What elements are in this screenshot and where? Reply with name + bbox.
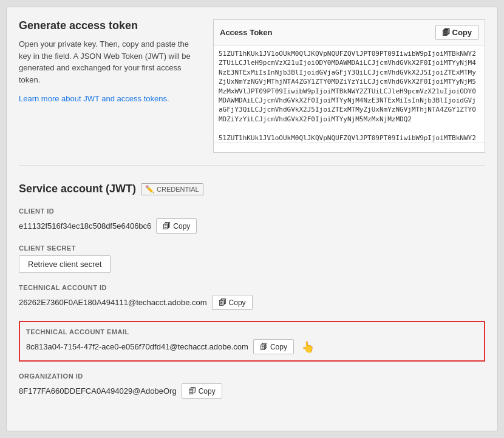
- technical-account-id-label: TECHNICAL ACCOUNT ID: [19, 284, 485, 291]
- client-secret-value-row: Retrieve client secret: [19, 255, 485, 273]
- client-secret-label: CLIENT SECRET: [19, 244, 485, 252]
- copy-icon-technical-id: 🗐: [219, 298, 226, 307]
- jwt-learn-more-link[interactable]: Learn more about JWT and access tokens.: [19, 94, 169, 103]
- client-id-label: CLIENT ID: [19, 207, 485, 215]
- technical-account-email-value: 8c813a04-7154-47f2-ace0-e056f70dfd41@tec…: [26, 342, 248, 351]
- technical-account-id-value-row: 26262E7360F0AE180A494111@techacct.adobe.…: [19, 295, 485, 310]
- retrieve-client-secret-button[interactable]: Retrieve client secret: [19, 255, 111, 273]
- copy-icon-client-id: 🗐: [163, 221, 171, 231]
- technical-account-email-copy-label: Copy: [270, 343, 287, 351]
- generate-title: Generate access token: [19, 19, 201, 32]
- technical-account-id-copy-label: Copy: [229, 298, 246, 307]
- client-id-field: CLIENT ID e11132f516f34ec18c508df5e6406b…: [19, 207, 485, 234]
- client-id-value: e11132f516f34ec18c508df5e6406bc6: [19, 221, 151, 231]
- service-title: Service account (JWT): [19, 183, 136, 195]
- credential-label: CREDENTIAL: [157, 186, 199, 193]
- technical-account-email-label: TECHNICAL ACCOUNT EMAIL: [26, 328, 478, 335]
- access-token-box: Access Token 🗐 Copy 51ZUT1hKUk1JV1oOUkM0…: [213, 19, 485, 153]
- organization-id-copy-label: Copy: [199, 387, 216, 396]
- service-header: Service account (JWT) ✏️ CREDENTIAL: [19, 183, 485, 195]
- access-token-label: Access Token: [220, 28, 272, 37]
- technical-account-email-copy-button[interactable]: 🗐 Copy: [253, 339, 294, 354]
- technical-account-id-value: 26262E7360F0AE180A494111@techacct.adobe.…: [19, 298, 207, 307]
- copy-icon: 🗐: [442, 28, 450, 37]
- client-secret-field: CLIENT SECRET Retrieve client secret: [19, 244, 485, 273]
- technical-account-id-copy-button[interactable]: 🗐 Copy: [212, 295, 253, 310]
- page-container: Generate access token Open your private …: [6, 7, 498, 431]
- credential-badge: ✏️ CREDENTIAL: [141, 183, 203, 195]
- client-id-copy-button[interactable]: 🗐 Copy: [156, 218, 197, 234]
- access-token-content[interactable]: 51ZUT1hKUk1JV1oOUkM0QlJKQVpNQUFZQVlJPT09…: [214, 45, 485, 143]
- technical-account-id-field: TECHNICAL ACCOUNT ID 26262E7360F0AE180A4…: [19, 284, 485, 310]
- edit-icon: ✏️: [145, 185, 154, 194]
- generate-description: Open your private key. Then, copy and pa…: [19, 38, 201, 86]
- access-token-footer: [214, 143, 485, 152]
- copy-icon-email: 🗐: [260, 342, 268, 351]
- technical-account-email-value-row: 8c813a04-7154-47f2-ace0-e056f70dfd41@tec…: [26, 339, 478, 354]
- access-token-copy-label: Copy: [452, 28, 472, 37]
- cursor-pointer: 👆: [301, 340, 315, 354]
- generate-left: Generate access token Open your private …: [19, 19, 201, 153]
- token-text: 51ZUT1hKUk1JV1oOUkM0QlJKQVpNQUFZQVlJPT09…: [219, 50, 476, 123]
- access-token-header: Access Token 🗐 Copy: [214, 20, 485, 45]
- generate-section: Generate access token Open your private …: [19, 19, 485, 166]
- organization-id-value: 8F177FA660DDEFCA0A494029@AdobeOrg: [19, 386, 177, 396]
- organization-id-value-row: 8F177FA660DDEFCA0A494029@AdobeOrg 🗐 Copy: [19, 383, 485, 399]
- copy-icon-org: 🗐: [188, 386, 196, 396]
- service-section: Service account (JWT) ✏️ CREDENTIAL CLIE…: [19, 180, 485, 399]
- organization-id-copy-button[interactable]: 🗐 Copy: [182, 383, 222, 399]
- organization-id-label: ORGANIZATION ID: [19, 372, 485, 380]
- client-id-copy-label: Copy: [173, 222, 190, 231]
- access-token-copy-button[interactable]: 🗐 Copy: [435, 25, 479, 40]
- client-id-value-row: e11132f516f34ec18c508df5e6406bc6 🗐 Copy: [19, 218, 485, 234]
- organization-id-field: ORGANIZATION ID 8F177FA660DDEFCA0A494029…: [19, 372, 485, 399]
- technical-account-email-field: TECHNICAL ACCOUNT EMAIL 8c813a04-7154-47…: [19, 321, 485, 362]
